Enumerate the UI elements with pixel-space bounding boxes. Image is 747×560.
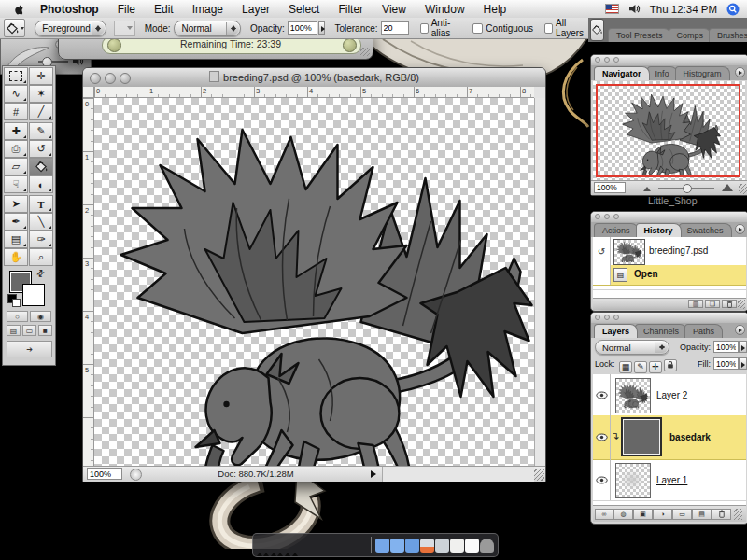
well-tab-comps[interactable]: Comps	[669, 28, 712, 42]
blend-mode-popup[interactable]: Normal	[595, 340, 669, 355]
antialias-checkbox[interactable]: Anti-alias	[420, 18, 462, 38]
minimize-button[interactable]	[604, 57, 610, 63]
layer-row-layer2[interactable]: Layer 2	[593, 374, 746, 416]
status-menu-button[interactable]	[368, 469, 379, 480]
tool-move[interactable]: ✛	[29, 67, 53, 85]
dock-app-7[interactable]	[285, 537, 290, 553]
dock-app-quicktime[interactable]	[292, 537, 298, 553]
tab-histogram[interactable]: Histogram	[675, 66, 730, 80]
layer-row-layer1[interactable]: Layer 1	[593, 459, 746, 501]
dock-app-4[interactable]	[271, 537, 276, 553]
tool-history-brush[interactable]: ↺	[29, 140, 53, 158]
new-layer-button[interactable]: ▤	[692, 509, 712, 520]
well-tab-brushes[interactable]: Brushes	[709, 28, 747, 42]
quick-mask-button[interactable]: ◉	[30, 311, 51, 322]
tool-smudge[interactable]: ☟	[4, 175, 28, 193]
close-button[interactable]	[595, 214, 600, 219]
dock-app-firefox[interactable]	[277, 537, 283, 553]
standard-mode-button[interactable]: ○	[7, 311, 28, 322]
history-state-row-selected[interactable]: ▤ Open	[593, 265, 746, 286]
adjustment-layer-button[interactable]: ◑	[653, 509, 672, 520]
tool-line[interactable]: ╲	[29, 213, 53, 231]
minimize-button[interactable]	[604, 315, 610, 320]
dock-folder-2[interactable]	[390, 539, 404, 553]
current-tool-button[interactable]	[4, 19, 25, 37]
palette-resize-grip[interactable]	[738, 300, 745, 309]
tool-brush[interactable]: ✎	[29, 122, 53, 140]
tab-layers[interactable]: Layers	[594, 324, 638, 338]
all-layers-checkbox[interactable]: All Layers	[544, 18, 588, 38]
palette-menu-button[interactable]	[735, 67, 745, 77]
standard-screen-button[interactable]: ▤	[7, 325, 21, 336]
new-snapshot-button[interactable]: ❏	[705, 300, 720, 308]
layer-name[interactable]: Layer 1	[656, 475, 687, 485]
palette-menu-button[interactable]	[735, 325, 745, 335]
tool-pen[interactable]: ✒	[4, 213, 28, 231]
layer-style-button[interactable]: ◍	[613, 509, 633, 520]
palette-resize-grip[interactable]	[739, 184, 747, 194]
menu-help[interactable]: Help	[484, 3, 507, 16]
tool-lasso[interactable]: ∿	[4, 85, 28, 103]
navigator-zoom-field[interactable]	[594, 182, 626, 193]
menu-select[interactable]: Select	[289, 3, 319, 16]
lock-pixels-button[interactable]: ✎	[634, 361, 647, 373]
pattern-picker[interactable]	[114, 21, 135, 36]
menu-photoshop[interactable]: Photoshop	[40, 3, 99, 16]
mode-popup[interactable]: Normal	[174, 21, 241, 36]
jump-to-imageready-button[interactable]: ➔	[7, 341, 52, 357]
history-source-well[interactable]	[593, 265, 611, 285]
zoom-in-icon[interactable]	[722, 184, 733, 191]
layer-group-button[interactable]: ▭	[672, 509, 692, 520]
menu-window[interactable]: Window	[425, 3, 465, 16]
tool-eraser[interactable]: ▱	[4, 158, 28, 175]
menu-view[interactable]: View	[382, 3, 406, 16]
document-titlebar[interactable]: breeding7.psd @ 100% (basedark, RGB/8)	[83, 68, 545, 88]
navigator-preview[interactable]	[593, 81, 745, 180]
fill-arrow-button[interactable]	[739, 357, 747, 370]
apple-logo-icon[interactable]	[13, 3, 25, 16]
tool-eyedropper[interactable]: ✑	[29, 231, 53, 248]
zoom-slider-thumb[interactable]	[683, 184, 692, 193]
visibility-toggle[interactable]	[593, 459, 611, 500]
menu-layer[interactable]: Layer	[242, 3, 270, 16]
close-button[interactable]	[595, 315, 600, 320]
tool-dodge[interactable]: ◐	[29, 175, 53, 193]
zoom-button[interactable]	[613, 57, 619, 63]
delete-layer-button[interactable]	[712, 509, 731, 520]
delete-state-button[interactable]	[722, 300, 737, 308]
menu-edit[interactable]: Edit	[154, 3, 174, 16]
palette-well-button[interactable]	[590, 19, 604, 41]
tab-swatches[interactable]: Swatches	[679, 223, 732, 237]
layer-name[interactable]: Layer 2	[656, 390, 687, 400]
horizontal-ruler[interactable]: 0 1 2 3 4 5 6 7 8	[94, 87, 534, 98]
spotlight-icon[interactable]	[726, 3, 740, 16]
layer-name[interactable]: basedark	[669, 432, 711, 442]
opacity-arrow-button[interactable]	[739, 341, 747, 353]
dock-folder-1[interactable]	[375, 539, 389, 553]
tab-actions[interactable]: Actions	[594, 223, 639, 237]
tolerance-input[interactable]	[381, 21, 409, 35]
tool-type[interactable]: T	[29, 195, 53, 213]
us-flag-icon[interactable]	[605, 4, 619, 14]
swap-colors-icon[interactable]: ⇄	[34, 267, 47, 280]
palette-menu-button[interactable]	[735, 224, 745, 234]
contiguous-checkbox[interactable]: Contiguous	[472, 23, 533, 34]
zoom-out-icon[interactable]	[643, 187, 651, 191]
dock-folder-3[interactable]	[405, 539, 419, 553]
layer-thumbnail[interactable]	[621, 417, 662, 456]
background-color-swatch[interactable]	[22, 284, 45, 306]
layers-opacity-field[interactable]	[713, 341, 739, 353]
layer-mask-button[interactable]: ▣	[633, 509, 653, 520]
fullscreen-menubar-button[interactable]: ▭	[22, 325, 36, 336]
opacity-input[interactable]	[288, 21, 317, 35]
layer-thumbnail[interactable]	[615, 378, 651, 413]
tool-zoom[interactable]: ⌕	[29, 248, 53, 266]
menu-file[interactable]: File	[118, 3, 135, 16]
layer-thumbnail[interactable]	[615, 463, 651, 498]
tool-slice[interactable]: ╱	[29, 103, 53, 120]
zoom-button[interactable]	[613, 214, 619, 219]
fullscreen-button[interactable]: ■	[38, 325, 52, 336]
tool-healing-brush[interactable]: ✚	[4, 122, 28, 140]
palette-resize-grip[interactable]	[734, 509, 742, 520]
dock-document-3[interactable]	[450, 539, 464, 553]
